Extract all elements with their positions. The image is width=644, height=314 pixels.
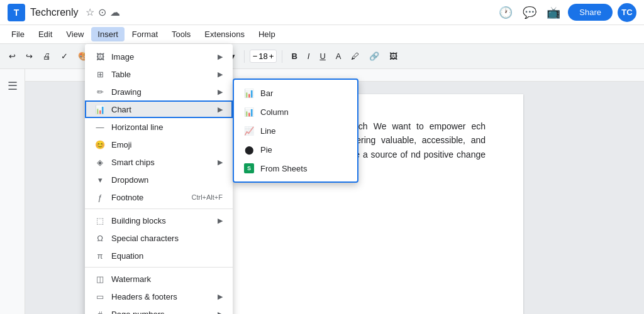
font-size-decrease[interactable]: − — [253, 51, 258, 61]
table-label: Table — [111, 70, 211, 79]
headers-footers-icon: ▭ — [95, 291, 105, 301]
menu-format[interactable]: Format — [126, 27, 164, 41]
pie-chart-icon: ⬤ — [244, 144, 254, 154]
separator-2 — [85, 267, 233, 268]
line-chart-icon: 📈 — [244, 126, 254, 136]
hline-label: Horizontal line — [111, 122, 223, 132]
building-blocks-arrow: ▶ — [218, 217, 223, 225]
header-right: 🕐 💬 📺 Share TC — [496, 3, 636, 22]
print-button[interactable]: 🖨 — [39, 49, 55, 63]
watermark-label: Watermark — [111, 274, 223, 284]
chart-arrow: ▶ — [218, 106, 223, 114]
menu-help[interactable]: Help — [252, 27, 282, 41]
menu-watermark[interactable]: ◫ Watermark — [85, 270, 233, 288]
chart-from-sheets[interactable]: S From Sheets — [234, 159, 357, 178]
spellcheck-button[interactable]: ✓ — [57, 49, 72, 63]
dropdown-label: Dropdown — [111, 175, 223, 185]
link-button[interactable]: 🔗 — [365, 49, 383, 63]
emoji-menu-icon: 😊 — [95, 139, 105, 149]
column-chart-icon: 📊 — [244, 107, 254, 117]
image-arrow: ▶ — [218, 53, 223, 61]
sidebar: ☰ — [0, 69, 25, 314]
app-icon: T — [8, 4, 25, 21]
menu-smart-chips[interactable]: ◈ Smart chips ▶ — [85, 153, 233, 171]
menu-extensions[interactable]: Extensions — [198, 27, 251, 41]
chart-submenu: 📊 Bar 📊 Column 📈 Line ⬤ Pie S From Sheet… — [233, 78, 358, 183]
menu-footnote[interactable]: ƒ Footnote Ctrl+Alt+F — [85, 188, 233, 206]
drawing-arrow: ▶ — [218, 88, 223, 96]
from-sheets-label: From Sheets — [260, 164, 307, 173]
divider-5 — [282, 50, 282, 63]
column-label: Column — [260, 107, 289, 117]
footnote-menu-icon: ƒ — [95, 192, 105, 202]
line-label: Line — [260, 126, 276, 136]
font-size-control[interactable]: − 18 + — [250, 50, 277, 63]
headers-footers-label: Headers & footers — [111, 292, 211, 301]
image-button[interactable]: 🖼 — [386, 49, 401, 63]
highlight-button[interactable]: 🖊 — [347, 49, 363, 63]
menu-dropdown[interactable]: ▾ Dropdown — [85, 171, 233, 188]
page-numbers-icon: # — [95, 309, 105, 314]
italic-button[interactable]: I — [304, 49, 314, 63]
chart-column[interactable]: 📊 Column — [234, 102, 357, 121]
clock-icon[interactable]: 🕐 — [496, 3, 515, 22]
menu-insert[interactable]: Insert — [91, 27, 125, 41]
menu-bar: File Edit View Insert Format Tools Exten… — [0, 25, 644, 44]
emoji-label: Emoji — [111, 140, 223, 149]
star-icon[interactable]: ☆ — [86, 6, 94, 18]
from-sheets-icon: S — [244, 163, 254, 173]
separator-1 — [85, 208, 233, 209]
page-numbers-arrow: ▶ — [218, 310, 223, 315]
menu-chart[interactable]: 📊 Chart ▶ — [85, 100, 233, 118]
page-numbers-label: Page numbers — [111, 310, 211, 315]
menu-file[interactable]: File — [5, 27, 31, 41]
comment-icon[interactable]: 💬 — [520, 3, 539, 22]
chart-line[interactable]: 📈 Line — [234, 121, 357, 140]
font-size-increase[interactable]: + — [269, 51, 274, 61]
doc-title: Techcrenly — [30, 7, 78, 18]
undo-button[interactable]: ↩ — [5, 49, 19, 63]
menu-tools[interactable]: Tools — [165, 27, 197, 41]
chart-label: Chart — [111, 105, 211, 114]
share-button[interactable]: Share — [568, 4, 613, 21]
underline-button[interactable]: U — [316, 49, 329, 63]
history-icon[interactable]: ⊙ — [98, 6, 106, 18]
screen-icon[interactable]: 📺 — [544, 3, 563, 22]
chart-bar[interactable]: 📊 Bar — [234, 84, 357, 102]
table-menu-icon: ⊞ — [95, 69, 105, 79]
text-color-button[interactable]: A — [332, 49, 345, 63]
menu-special-characters[interactable]: Ω Special characters — [85, 229, 233, 247]
hline-menu-icon: — — [95, 122, 105, 132]
chart-pie[interactable]: ⬤ Pie — [234, 140, 357, 159]
bar-chart-icon: 📊 — [244, 88, 254, 98]
drawing-label: Drawing — [111, 87, 211, 97]
menu-horizontal-line[interactable]: — Horizontal line — [85, 118, 233, 136]
title-actions: ☆ ⊙ ☁ — [86, 6, 120, 18]
menu-drawing[interactable]: ✏ Drawing ▶ — [85, 83, 233, 100]
equation-label: Equation — [111, 251, 223, 261]
menu-view[interactable]: View — [60, 27, 90, 41]
menu-equation[interactable]: π Equation — [85, 247, 233, 264]
avatar[interactable]: TC — [618, 3, 636, 22]
redo-button[interactable]: ↪ — [22, 49, 36, 63]
special-chars-icon: Ω — [95, 233, 105, 243]
watermark-icon: ◫ — [95, 274, 105, 284]
menu-building-blocks[interactable]: ⬚ Building blocks ▶ — [85, 212, 233, 229]
menu-headers-footers[interactable]: ▭ Headers & footers ▶ — [85, 288, 233, 305]
cloud-icon[interactable]: ☁ — [110, 6, 120, 18]
menu-image[interactable]: 🖼 Image ▶ — [85, 48, 233, 65]
table-arrow: ▶ — [218, 70, 223, 78]
smart-chips-arrow: ▶ — [218, 158, 223, 166]
footnote-shortcut: Ctrl+Alt+F — [191, 193, 223, 201]
insert-menu: 🖼 Image ▶ ⊞ Table ▶ ✏ Drawing ▶ 📊 Chart … — [85, 44, 233, 314]
building-blocks-icon: ⬚ — [95, 215, 105, 225]
menu-table[interactable]: ⊞ Table ▶ — [85, 65, 233, 83]
bold-button[interactable]: B — [287, 49, 301, 63]
equation-icon: π — [95, 251, 105, 261]
menu-emoji[interactable]: 😊 Emoji — [85, 136, 233, 153]
menu-page-numbers[interactable]: # Page numbers ▶ — [85, 305, 233, 314]
building-blocks-label: Building blocks — [111, 216, 211, 225]
special-chars-label: Special characters — [111, 234, 223, 243]
outline-icon[interactable]: ☰ — [4, 75, 21, 97]
menu-edit[interactable]: Edit — [32, 27, 58, 41]
